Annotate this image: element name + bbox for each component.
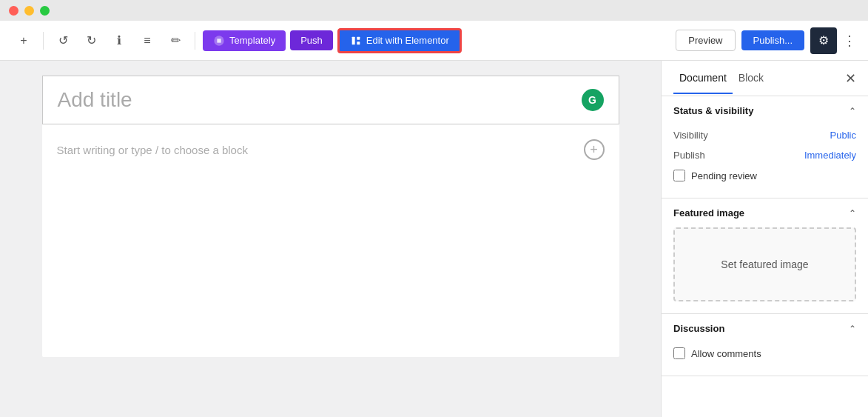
svg-rect-3 (357, 41, 360, 44)
chevron-up-icon-3: ⌃ (849, 324, 856, 334)
editor-content: Add title G Start writing or type / to c… (42, 76, 619, 357)
traffic-light-green[interactable] (40, 6, 50, 16)
redo-button[interactable]: ↻ (79, 29, 103, 53)
allow-comments-row: Allow comments (673, 343, 856, 364)
undo-icon: ↺ (58, 33, 68, 47)
list-view-button[interactable]: ≡ (135, 29, 159, 53)
more-options-button[interactable]: ⋮ (843, 33, 856, 49)
toolbar: + ↺ ↻ ℹ ≡ ✏ Templately Push (0, 21, 868, 61)
discussion-content: Allow comments (662, 343, 868, 376)
status-visibility-header[interactable]: Status & visibility ⌃ (662, 96, 868, 125)
elementor-icon (350, 35, 362, 47)
allow-comments-checkbox[interactable] (673, 347, 685, 359)
add-icon: + (20, 34, 27, 47)
content-placeholder: Start writing or type / to choose a bloc… (57, 144, 248, 156)
status-visibility-content: Visibility Public Publish Immediately Pe… (662, 125, 868, 198)
pending-review-label: Pending review (691, 170, 757, 181)
set-featured-image-button[interactable]: Set featured image (673, 227, 856, 301)
editor-area: Add title G Start writing or type / to c… (0, 61, 661, 417)
undo-button[interactable]: ↺ (51, 29, 75, 53)
publish-row: Publish Immediately (673, 145, 856, 165)
sidebar-header: Document Block ✕ (662, 61, 868, 96)
visibility-value[interactable]: Public (830, 130, 856, 141)
add-block-toolbar-button[interactable]: + (12, 29, 36, 53)
title-placeholder: Add title (58, 88, 582, 112)
edit-with-elementor-button[interactable]: Edit with Elementor (337, 28, 462, 53)
pending-review-checkbox[interactable] (673, 170, 685, 181)
list-icon: ≡ (144, 34, 150, 47)
toolbar-left: + ↺ ↻ ℹ ≡ ✏ Templately Push (12, 28, 670, 53)
sidebar: Document Block ✕ Status & visibility ⌃ V… (661, 61, 868, 417)
discussion-header[interactable]: Discussion ⌃ (662, 314, 868, 343)
publish-button[interactable]: Publish... (741, 30, 804, 50)
featured-image-title: Featured image (673, 207, 744, 218)
title-input-area: Add title G (58, 88, 604, 112)
publish-value[interactable]: Immediately (804, 150, 856, 161)
tab-block[interactable]: Block (733, 63, 770, 94)
add-block-button[interactable]: + (584, 139, 605, 160)
allow-comments-label: Allow comments (691, 348, 761, 359)
tab-document[interactable]: Document (673, 63, 733, 94)
visibility-label: Visibility (673, 130, 708, 141)
publish-label: Publish (673, 150, 705, 161)
section-discussion: Discussion ⌃ Allow comments (662, 314, 868, 376)
redo-icon: ↻ (87, 33, 96, 47)
templately-icon (213, 35, 225, 47)
visibility-row: Visibility Public (673, 125, 856, 145)
title-bar (0, 0, 868, 21)
section-status-visibility: Status & visibility ⌃ Visibility Public … (662, 96, 868, 199)
toolbar-divider (43, 32, 44, 50)
info-button[interactable]: ℹ (107, 29, 131, 53)
main-layout: Add title G Start writing or type / to c… (0, 61, 868, 417)
featured-image-header[interactable]: Featured image ⌃ (662, 199, 868, 227)
pending-review-row: Pending review (673, 165, 856, 186)
content-block: Start writing or type / to choose a bloc… (42, 124, 619, 175)
grammarly-icon: G (582, 89, 604, 111)
info-icon: ℹ (117, 33, 121, 47)
templately-button[interactable]: Templately (203, 30, 286, 51)
edit-button[interactable]: ✏ (164, 29, 187, 53)
traffic-light-red[interactable] (9, 6, 18, 16)
chevron-up-icon: ⌃ (849, 106, 856, 116)
svg-rect-1 (351, 36, 354, 44)
status-visibility-title: Status & visibility (673, 105, 753, 116)
sidebar-close-button[interactable]: ✕ (845, 70, 856, 87)
settings-button[interactable]: ⚙ (810, 27, 837, 54)
preview-button[interactable]: Preview (676, 30, 735, 51)
chevron-up-icon-2: ⌃ (849, 208, 856, 218)
ellipsis-icon: ⋮ (843, 33, 856, 49)
featured-image-content: Set featured image (662, 227, 868, 313)
title-block[interactable]: Add title G (42, 76, 619, 124)
push-button[interactable]: Push (290, 30, 333, 50)
discussion-title: Discussion (673, 323, 724, 334)
plus-icon: + (590, 143, 598, 156)
section-featured-image: Featured image ⌃ Set featured image (662, 199, 868, 314)
svg-rect-2 (357, 36, 360, 39)
edit-icon: ✏ (171, 33, 181, 47)
toolbar-divider-2 (195, 32, 195, 50)
traffic-light-yellow[interactable] (24, 6, 34, 16)
toolbar-right: Preview Publish... ⚙ ⋮ (676, 27, 856, 54)
gear-icon: ⚙ (818, 33, 829, 47)
